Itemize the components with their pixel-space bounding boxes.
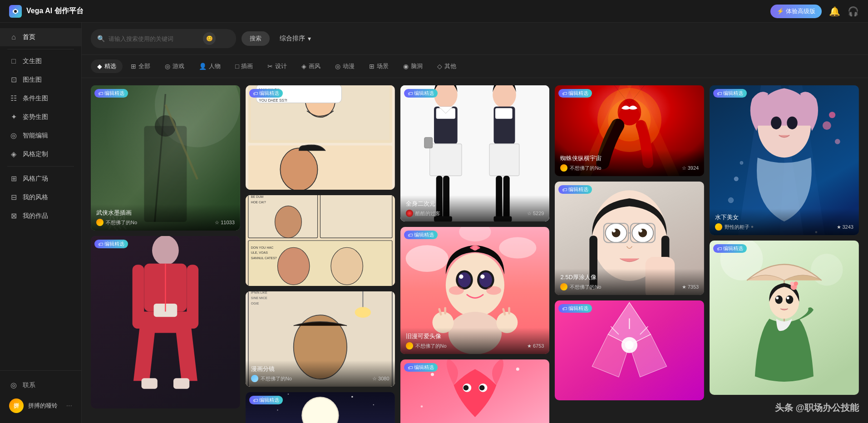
editor-badge-wuxia: 🏷 编辑精选	[94, 89, 128, 98]
svg-point-91	[458, 272, 470, 287]
star-icon-outfit: ☆	[527, 211, 532, 216]
card-comic-top-image: MAN WACK LINED.. YOU DAEE SS?!	[246, 85, 395, 190]
sidebar-item-smart[interactable]: ◎ 智能编辑	[0, 126, 81, 145]
svg-point-28	[280, 148, 317, 190]
sidebar-item-pose[interactable]: ✦ 姿势生图	[0, 108, 81, 126]
tab-illustration[interactable]: □ 插画	[229, 59, 259, 73]
svg-point-152	[728, 197, 734, 203]
card-spiderman-author: 不想佛了的No	[560, 164, 601, 172]
author-avatar-underwater	[715, 223, 722, 231]
svg-text:DON YOU HAC: DON YOU HAC	[251, 246, 274, 249]
card-underwater-meta: 野性的柜子 ★ 3243	[715, 223, 853, 231]
user-name: 拼搏的哑铃	[28, 402, 62, 410]
card-comic-mid-image: BE DUM HOE CA!? DON YOU HAC ULE,	[246, 195, 395, 286]
sidebar-item-my-work[interactable]: ⊠ 我的作品	[0, 207, 81, 225]
notification-icon[interactable]: 🔔	[829, 6, 840, 17]
app-title: Vega AI 创作平台	[26, 6, 84, 16]
card-outfit[interactable]: 🏷 编辑精选 全身二次元 酷酷的过客 ☆	[400, 85, 550, 221]
card-spiderman-overlay: 蜘蛛侠纵横宇宙 不想佛了的No ☆ 3924	[555, 150, 704, 176]
header-right: ⚡ 体验高级版 🔔 🎧	[770, 5, 859, 18]
card-spiderman[interactable]: 🏷 编辑精选 蜘蛛侠纵横宇宙 不想佛了的No ☆	[555, 85, 704, 176]
logo-icon	[9, 5, 22, 18]
svg-point-36	[277, 247, 309, 285]
card-wuxia-meta: 不想佛了的No ☆ 11033	[96, 219, 235, 226]
star-icon-spider: ☆	[682, 165, 686, 171]
other-icon: ◇	[437, 63, 442, 70]
anime-icon: ◎	[335, 63, 340, 70]
tab-person[interactable]: 👤 人物	[192, 59, 227, 73]
search-area: 🔍 😊 搜索 综合排序 ▾	[82, 23, 868, 55]
svg-text:ULE, VOAS: ULE, VOAS	[251, 251, 268, 254]
author-avatar-portrait	[560, 283, 567, 290]
svg-point-92	[479, 272, 492, 287]
svg-point-165	[790, 281, 794, 285]
svg-point-150	[734, 177, 738, 181]
card-underwater[interactable]: 🏷 编辑精选 水下美女 野性的柜子 ★	[710, 85, 859, 235]
search-button[interactable]: 搜索	[242, 31, 270, 46]
card-portrait-stars: ★ 7353	[682, 284, 699, 290]
tab-all[interactable]: ⊞ 全部	[124, 59, 157, 73]
sidebar-bottom: ◎ 联系 拼 拼搏的哑铃 ···	[0, 370, 81, 418]
svg-point-133	[639, 229, 642, 232]
user-profile[interactable]: 拼 拼搏的哑铃 ···	[0, 394, 81, 418]
tab-brain[interactable]: ◉ 脑洞	[397, 59, 429, 73]
card-anime-girl-stars: ★ 6753	[527, 343, 544, 349]
headphone-icon[interactable]: 🎧	[848, 6, 859, 17]
svg-rect-17	[133, 265, 144, 329]
svg-point-166	[794, 281, 798, 285]
tab-featured[interactable]: ◆ 精选	[91, 59, 123, 73]
svg-text:SINE MICE: SINE MICE	[251, 296, 267, 300]
card-wuxia[interactable]: 墨 🏷 编辑精选 武侠水墨插画 不想佛了的	[91, 85, 240, 231]
card-spiderman-meta: 不想佛了的No ☆ 3924	[560, 164, 699, 172]
upgrade-button[interactable]: ⚡ 体验高级版	[770, 5, 822, 18]
tab-game[interactable]: ◎ 游戏	[158, 59, 191, 73]
tab-other[interactable]: ◇ 其他	[431, 59, 463, 73]
svg-rect-78	[489, 144, 519, 176]
text2img-icon: □	[9, 57, 18, 65]
sidebar-item-home[interactable]: ⌂ 首页	[0, 28, 81, 46]
sidebar-item-style[interactable]: ◈ 风格定制	[0, 145, 81, 163]
search-input[interactable]	[108, 35, 199, 42]
author-avatar-manga	[251, 375, 258, 382]
card-bird[interactable]: 🏷 编辑精选	[400, 359, 550, 423]
card-night[interactable]: 🏷 编辑精选	[246, 392, 395, 423]
card-underwater-overlay: 水下美女 野性的柜子 ★ 3243	[710, 209, 859, 235]
card-comic-mid[interactable]: BE DUM HOE CA!? DON YOU HAC ULE,	[246, 195, 395, 286]
home-icon: ⌂	[9, 33, 18, 41]
card-pink-abstract[interactable]: 🏷 编辑精选	[555, 300, 704, 400]
card-fashion[interactable]: 🏷 编辑精选	[91, 236, 240, 408]
card-umbrella[interactable]: 🏷 编辑精选	[710, 241, 859, 395]
sidebar-item-img2img[interactable]: ⊡ 图生图	[0, 70, 81, 89]
style-icon: ◈	[9, 150, 18, 158]
tab-design[interactable]: ✂ 设计	[261, 59, 293, 73]
sidebar-item-text2img[interactable]: □ 文生图	[0, 52, 81, 70]
svg-point-149	[835, 139, 840, 144]
sidebar-item-plaza[interactable]: ⊞ 风格广场	[0, 169, 81, 188]
card-comic-top[interactable]: MAN WACK LINED.. YOU DAEE SS?! 🏷	[246, 85, 395, 190]
tab-scene[interactable]: ⊞ 场景	[363, 59, 395, 73]
tab-anime[interactable]: ◎ 动漫	[329, 59, 361, 73]
svg-point-86	[499, 237, 536, 259]
card-glasses-portrait[interactable]: 🏷 编辑精选 2.5D厚涂人像 不想佛了的No	[555, 182, 704, 295]
svg-point-88	[445, 253, 504, 317]
editor-badge-comic-top: 🏷 编辑精选	[249, 89, 283, 98]
svg-point-151	[740, 161, 743, 164]
card-outfit-stars: ☆ 5229	[527, 211, 544, 216]
card-manga-split-stars: ☆ 3080	[372, 376, 389, 382]
svg-point-112	[420, 405, 423, 408]
content-area: 🔍 😊 搜索 综合排序 ▾ ◆ 精选 ⊞ 全部 ◎	[82, 23, 868, 423]
tab-painting[interactable]: ◈ 画风	[295, 59, 327, 73]
sort-button[interactable]: 综合排序 ▾	[275, 32, 316, 45]
sidebar-item-condition[interactable]: ☷ 条件生图	[0, 89, 81, 108]
user-more-button[interactable]: ···	[66, 402, 72, 410]
sidebar-item-my-style[interactable]: ⊟ 我的风格	[0, 188, 81, 207]
svg-point-155	[787, 117, 797, 129]
card-manga-split[interactable]: IPNIN LIKE SINE MICE OGIE 漫画	[246, 291, 395, 387]
editor-badge-umbrella: 🏷 编辑精选	[713, 244, 747, 253]
editor-badge-bird: 🏷 编辑精选	[404, 363, 438, 372]
emoji-search-icon[interactable]: 😊	[203, 32, 216, 45]
contact-item[interactable]: ◎ 联系	[0, 376, 81, 394]
card-manga-split-overlay: 漫画分镜 不想佛了的No ☆ 3080	[246, 360, 395, 387]
card-anime-girl[interactable]: 🏷 编辑精选 旧漫可爱头像 不想佛了的No ★	[400, 227, 550, 354]
main-layout: ⌂ 首页 □ 文生图 ⊡ 图生图 ☷ 条件生图 ✦ 姿势生图 ◎ 智能编辑 ◈ …	[0, 23, 868, 423]
